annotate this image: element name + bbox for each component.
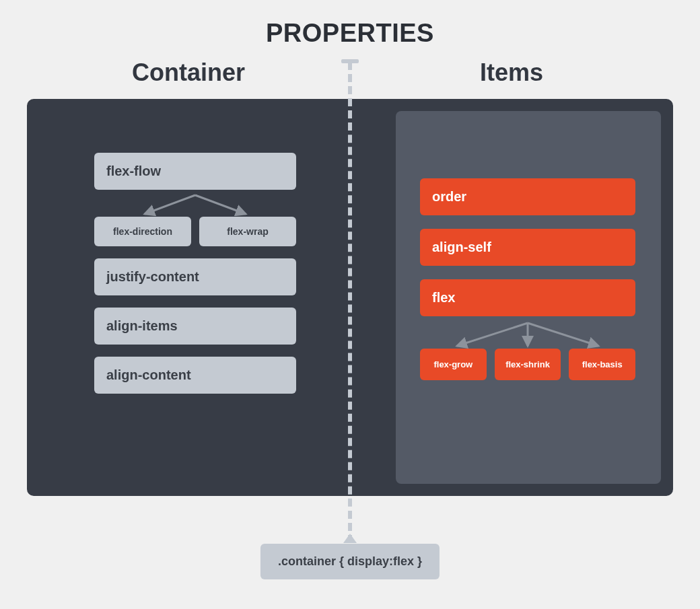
property-flex-direction: flex-direction [94,217,191,246]
property-justify-content: justify-content [94,258,296,295]
container-properties-panel: flex-flow flex-direction flex-wrap justi… [27,99,372,496]
page-title: PROPERTIES [0,0,700,59]
split-arrows-icon [94,194,296,217]
items-properties-panel: order align-self flex flex-grow fle [372,99,673,496]
property-flex-grow: flex-grow [420,349,487,380]
flex-flow-sub-row: flex-direction flex-wrap [94,217,296,246]
footer-code-snippet: .container { display:flex } [260,544,440,579]
svg-line-2 [457,323,528,346]
footer-up-arrow-icon [343,534,357,543]
split-arrows-3-icon [420,322,635,349]
items-card: order align-self flex flex-grow fle [396,111,661,484]
divider-cap [341,59,359,63]
property-align-content: align-content [94,357,296,394]
flex-sub-row: flex-grow flex-shrink flex-basis [420,349,635,380]
property-order: order [420,178,635,215]
property-flex-flow: flex-flow [94,153,296,190]
container-column-header: Container [27,59,350,87]
property-flex-wrap: flex-wrap [199,217,296,246]
property-align-items: align-items [94,308,296,345]
svg-line-1 [195,195,246,214]
property-align-self: align-self [420,229,635,266]
svg-line-0 [145,195,195,214]
svg-line-4 [528,323,598,346]
property-flex-basis: flex-basis [569,349,635,380]
property-flex: flex [420,279,635,316]
center-divider [348,62,352,579]
items-column-header: Items [350,59,673,87]
property-flex-shrink: flex-shrink [495,349,561,380]
